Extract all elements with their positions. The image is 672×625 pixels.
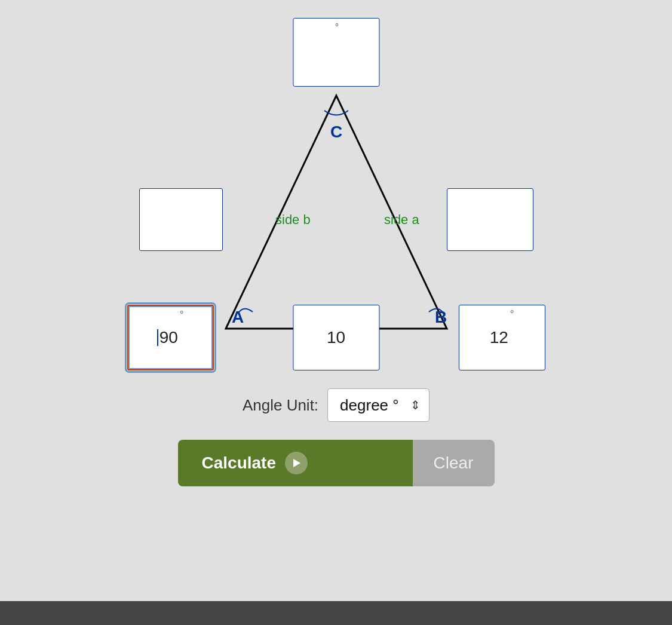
- angle-a-value: 90: [159, 328, 178, 347]
- side-c-value: 10: [327, 328, 345, 347]
- calculate-button[interactable]: Calculate: [178, 440, 413, 486]
- clear-button[interactable]: Clear: [413, 440, 495, 486]
- svg-marker-1: [293, 459, 300, 467]
- vertex-c-text: C: [330, 122, 342, 141]
- vertex-b-text: B: [435, 308, 447, 326]
- vertex-a-text: A: [232, 308, 244, 326]
- angle-a-degree: °: [180, 310, 183, 320]
- bottom-bar: [0, 601, 672, 625]
- main-container: C A B side b side a side c ° 90 °: [0, 0, 672, 601]
- angle-b-value: 12: [490, 328, 508, 347]
- angle-c-input[interactable]: °: [293, 18, 379, 87]
- angle-unit-label: Angle Unit:: [243, 396, 318, 415]
- angle-unit-select[interactable]: degree ° radian: [327, 388, 429, 422]
- triangle-area: C A B side b side a side c ° 90 °: [127, 18, 545, 376]
- side-c-input[interactable]: 10: [293, 305, 379, 370]
- side-b-text: side b: [275, 212, 311, 227]
- angle-unit-select-wrapper[interactable]: degree ° radian: [327, 388, 429, 422]
- side-a-text: side a: [384, 212, 419, 227]
- angle-c-degree: °: [335, 22, 339, 33]
- side-b-input[interactable]: [139, 188, 223, 251]
- play-icon: [285, 452, 308, 474]
- angle-a-input[interactable]: 90 °: [127, 305, 214, 370]
- controls-area: Angle Unit: degree ° radian Calculate: [127, 388, 545, 486]
- angle-unit-row: Angle Unit: degree ° radian: [243, 388, 429, 422]
- side-a-input[interactable]: [447, 188, 533, 251]
- clear-label: Clear: [434, 454, 474, 472]
- calculate-label: Calculate: [202, 454, 277, 473]
- angle-b-degree: °: [510, 309, 514, 320]
- angle-b-input[interactable]: 12 °: [459, 305, 545, 370]
- text-cursor: [157, 329, 158, 346]
- button-row: Calculate Clear: [178, 440, 495, 486]
